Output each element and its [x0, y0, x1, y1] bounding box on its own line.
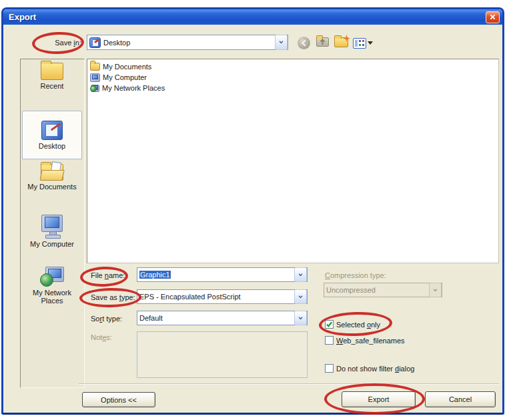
chevron-down-icon: [298, 273, 303, 277]
file-list-item-my-documents[interactable]: My Documents: [89, 61, 497, 72]
save-as-type-value: EPS - Encapsulated PostScript: [139, 293, 293, 301]
sort-type-dropdown-button[interactable]: [294, 311, 307, 325]
place-label: My Documents: [27, 183, 76, 191]
open-folder-icon: [41, 164, 63, 181]
save-in-label: Save in:: [27, 39, 81, 47]
save-in-combobox[interactable]: Desktop: [87, 35, 288, 50]
create-new-folder-button[interactable]: [334, 37, 348, 47]
sort-type-combobox[interactable]: Default: [137, 311, 308, 325]
save-in-value: Desktop: [103, 39, 274, 47]
file-list-item-label: My Documents: [103, 63, 151, 71]
title-bar[interactable]: Export: [3, 9, 502, 25]
sidebar-item-my-documents[interactable]: My Documents: [25, 164, 79, 191]
recent-folder-icon: [41, 63, 63, 80]
save-as-type-combobox[interactable]: EPS - Encapsulated PostScript: [137, 289, 308, 304]
checkbox-label: Web_safe_filenames: [336, 337, 405, 345]
compression-type-value: Uncompressed: [326, 286, 428, 294]
sidebar-item-my-computer[interactable]: My Computer: [25, 215, 79, 248]
save-in-dropdown-button[interactable]: [275, 35, 288, 50]
back-button: [298, 37, 310, 49]
file-list-item-label: My Computer: [103, 73, 147, 81]
desktop-icon: [89, 37, 101, 48]
web-safe-filenames-checkbox[interactable]: Web_safe_filenames: [325, 336, 405, 345]
file-name-value: Graphic1: [139, 271, 171, 279]
file-name-label: File name:: [91, 271, 125, 279]
notes-label: Notes:: [91, 333, 112, 341]
sort-type-label: Sort type:: [91, 315, 122, 323]
compression-type-combobox: Uncompressed: [324, 283, 442, 297]
up-one-level-icon: [316, 37, 329, 47]
dropdown-caret-icon: [368, 41, 373, 45]
network-icon: [40, 267, 64, 287]
view-menu-icon: [353, 38, 366, 49]
selected-only-checkbox[interactable]: Selected only: [325, 320, 380, 329]
file-list-item-my-computer[interactable]: My Computer: [89, 72, 497, 83]
place-label: Recent: [41, 82, 64, 90]
file-name-dropdown-button[interactable]: [294, 267, 307, 282]
place-label: My Computer: [30, 240, 74, 248]
sort-type-value: Default: [139, 314, 293, 322]
place-label: Desktop: [39, 142, 65, 150]
view-menu-button[interactable]: [353, 38, 373, 49]
cancel-button[interactable]: Cancel: [425, 391, 496, 407]
computer-icon: [41, 215, 63, 232]
file-list: My Documents My Computer My Network Plac…: [87, 59, 499, 263]
sidebar-item-my-network-places[interactable]: My Network Places: [25, 267, 79, 305]
create-new-folder-icon: [334, 37, 348, 47]
back-icon: [298, 37, 310, 49]
chevron-down-icon: [279, 40, 284, 45]
checkbox-box[interactable]: [325, 320, 334, 329]
export-dialog-screenshot: Export Save in: Desktop: [0, 0, 509, 420]
checkmark-icon: [326, 321, 333, 328]
save-as-type-label: Save as type:: [91, 293, 135, 301]
checkbox-box[interactable]: [325, 336, 334, 345]
place-label: My Network Places: [25, 289, 79, 305]
desktop-icon: [41, 121, 63, 140]
separator: [79, 383, 499, 385]
chevron-down-icon: [298, 316, 303, 321]
compression-dropdown-button: [429, 283, 442, 297]
save-as-type-dropdown-button[interactable]: [294, 289, 307, 304]
checkbox-label: Selected only: [336, 321, 380, 329]
file-name-combobox[interactable]: Graphic1: [137, 267, 308, 282]
network-icon: [90, 85, 99, 92]
do-not-show-filter-dialog-checkbox[interactable]: Do not show filter dialog: [325, 364, 414, 373]
sidebar-item-recent[interactable]: Recent: [25, 63, 79, 90]
notes-textarea: [137, 331, 308, 378]
folder-icon: [90, 63, 100, 71]
chevron-down-icon: [433, 288, 438, 293]
close-button[interactable]: [486, 11, 500, 23]
sidebar-item-desktop[interactable]: Desktop: [22, 111, 82, 159]
close-icon: [490, 14, 496, 20]
up-one-level-button: [316, 37, 329, 47]
file-list-item-label: My Network Places: [102, 84, 165, 92]
options-button[interactable]: Options <<: [82, 392, 155, 407]
checkbox-box[interactable]: [325, 364, 334, 373]
export-button[interactable]: Export: [342, 391, 416, 407]
window-title: Export: [9, 12, 486, 22]
checkbox-label: Do not show filter dialog: [336, 365, 414, 373]
chevron-down-icon: [298, 295, 303, 299]
computer-icon: [90, 73, 100, 82]
compression-type-label: Compression type:: [325, 271, 386, 279]
file-list-item-my-network-places[interactable]: My Network Places: [89, 83, 497, 93]
